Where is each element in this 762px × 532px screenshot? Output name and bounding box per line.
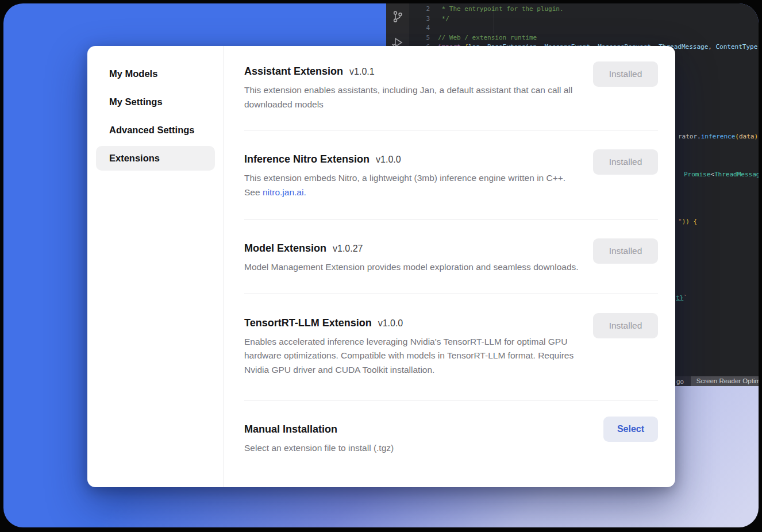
extension-version: v1.0.27 xyxy=(333,244,363,253)
extension-name: Model Extension xyxy=(244,242,326,254)
extension-version: v1.0.1 xyxy=(349,67,375,76)
settings-modal: My Models My Settings Advanced Settings … xyxy=(87,46,675,487)
code-line: 3 */ xyxy=(409,14,759,24)
extension-version: v1.0.0 xyxy=(378,318,403,328)
extension-description: Model Management Extension provides mode… xyxy=(244,260,579,275)
code-line: 4 xyxy=(409,24,759,33)
code-fragment: ")) { xyxy=(678,217,697,227)
sidebar-item-my-models[interactable]: My Models xyxy=(96,61,215,86)
manual-installation-entry: Manual Installation Select an extension … xyxy=(244,400,658,456)
extension-description: Select an extension file to install (.tg… xyxy=(244,441,394,456)
select-file-button[interactable]: Select xyxy=(603,417,658,442)
source-control-icon[interactable] xyxy=(391,10,405,24)
sidebar-item-my-settings[interactable]: My Settings xyxy=(96,90,215,114)
installed-button[interactable]: Installed xyxy=(593,61,658,87)
code-line: 5// Web / extension runtime xyxy=(409,33,759,43)
nitro-jan-ai-link[interactable]: nitro.jan.ai. xyxy=(263,187,306,197)
code-area: 2 * The entrypoint for the plugin. 3 */ … xyxy=(409,5,759,52)
line-number: 2 xyxy=(409,5,438,14)
line-number: 3 xyxy=(409,14,438,24)
screen-reader-status-item[interactable]: Screen Reader Optimize xyxy=(691,376,759,386)
code-fragment: t}` xyxy=(676,294,687,303)
code-line: 2 * The entrypoint for the plugin. xyxy=(409,5,759,14)
line-number: 5 xyxy=(409,33,438,43)
sidebar-item-advanced-settings[interactable]: Advanced Settings xyxy=(96,118,215,142)
extension-entry: Assistant Extensionv1.0.1 This extension… xyxy=(244,46,658,111)
extension-name: Manual Installation xyxy=(244,423,337,435)
settings-sidebar: My Models My Settings Advanced Settings … xyxy=(87,46,224,487)
extension-name: Inference Nitro Extension xyxy=(244,153,370,165)
line-number: 4 xyxy=(409,24,438,33)
extension-entry: TensortRT-LLM Extensionv1.0.0 Enables ac… xyxy=(244,294,658,377)
installed-button[interactable]: Installed xyxy=(593,238,658,264)
extensions-list: Assistant Extensionv1.0.1 This extension… xyxy=(224,46,675,487)
extension-entry: Inference Nitro Extensionv1.0.0 This ext… xyxy=(244,130,658,199)
desktop-background: 2 * The entrypoint for the plugin. 3 */ … xyxy=(3,3,759,527)
extension-entry: Model Extensionv1.0.27 Model Management … xyxy=(244,219,658,275)
extension-description: This extension enables assistants, inclu… xyxy=(244,83,580,111)
status-fragment: go xyxy=(676,378,684,385)
sidebar-item-extensions[interactable]: Extensions xyxy=(96,146,215,171)
code-fragment: rator.inference(data)); xyxy=(678,132,759,142)
extension-name: Assistant Extension xyxy=(244,65,343,77)
extension-description: Enables accelerated inference leveraging… xyxy=(244,335,580,377)
extension-description: This extension embeds Nitro, a lightweig… xyxy=(244,171,580,199)
extension-version: v1.0.0 xyxy=(376,155,401,164)
code-fragment: Promise<ThreadMessage> xyxy=(684,170,759,180)
installed-button[interactable]: Installed xyxy=(593,149,658,175)
installed-button[interactable]: Installed xyxy=(593,313,658,338)
extension-name: TensortRT-LLM Extension xyxy=(244,317,372,329)
